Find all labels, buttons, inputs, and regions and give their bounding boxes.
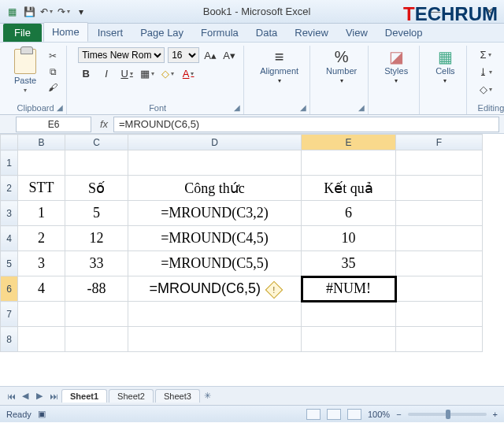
tab-insert[interactable]: Insert (90, 24, 132, 42)
zoom-out-button[interactable]: − (396, 410, 401, 419)
paste-dropdown-icon[interactable]: ▾ (24, 87, 27, 94)
undo-icon[interactable]: ↶ (39, 5, 54, 19)
col-header-E[interactable]: E (302, 135, 396, 150)
qat-customize-icon[interactable]: ▾ (74, 5, 88, 19)
col-header-B[interactable]: B (18, 135, 65, 150)
row-header[interactable]: 8 (1, 327, 18, 352)
fx-icon[interactable]: fx (94, 118, 113, 130)
cell[interactable]: 4 (18, 276, 65, 302)
sheet-nav-first-icon[interactable]: ⏮ (5, 391, 17, 401)
cell[interactable] (65, 150, 128, 176)
sheet-nav-next-icon[interactable]: ▶ (33, 391, 46, 401)
sheet-nav-last-icon[interactable]: ⏭ (47, 391, 60, 401)
redo-icon[interactable]: ↷ (57, 5, 71, 19)
cell[interactable] (302, 302, 396, 327)
row-header[interactable]: 3 (1, 201, 18, 226)
tab-data[interactable]: Data (248, 24, 285, 42)
file-tab[interactable]: File (3, 24, 42, 42)
number-launcher-icon[interactable]: ◢ (357, 103, 366, 113)
row-header[interactable]: 6 (1, 276, 18, 302)
formula-bar-input[interactable]: =MROUND(C6,5) (113, 117, 499, 132)
cell[interactable]: STT (18, 176, 65, 201)
cell[interactable]: Số (65, 176, 128, 201)
cell[interactable] (18, 150, 65, 176)
view-page-layout-icon[interactable] (327, 409, 341, 420)
col-header-F[interactable]: F (396, 135, 483, 150)
cell[interactable]: Kết quả (302, 176, 396, 201)
cell[interactable]: 10 (302, 226, 396, 251)
bold-button[interactable]: B (78, 66, 94, 80)
row-header[interactable]: 4 (1, 226, 18, 251)
cell[interactable]: =MROUND(C3,2) (128, 201, 302, 226)
cell[interactable]: 5 (65, 201, 128, 226)
tab-view[interactable]: View (338, 24, 376, 42)
cell[interactable] (396, 251, 483, 276)
row-header[interactable]: 5 (1, 251, 18, 276)
alignment-button[interactable]: ≡ Alignment ▾ (255, 47, 303, 86)
view-page-break-icon[interactable] (347, 409, 361, 420)
tab-review[interactable]: Review (287, 24, 336, 42)
font-launcher-icon[interactable]: ◢ (232, 103, 242, 113)
paste-button[interactable]: Paste ▾ (11, 47, 39, 95)
fill-color-button[interactable]: ◇ (160, 66, 176, 80)
format-painter-icon[interactable]: 🖌 (46, 81, 60, 94)
select-all-corner[interactable] (1, 135, 18, 150)
worksheet-area[interactable]: B C D E F 1 2 STT Số Công thức Kết quả 3… (0, 134, 504, 386)
cell[interactable]: 1 (18, 201, 65, 226)
underline-button[interactable]: U (119, 66, 135, 80)
cut-icon[interactable]: ✂ (46, 50, 60, 62)
cell[interactable] (128, 327, 302, 352)
cell[interactable]: =MROUND(C5,5) (128, 251, 302, 276)
cell[interactable]: 6 (302, 201, 396, 226)
cell[interactable] (396, 302, 483, 327)
col-header-C[interactable]: C (65, 135, 128, 150)
tab-developer[interactable]: Develop (377, 24, 431, 42)
cell[interactable] (302, 327, 396, 352)
cell[interactable] (396, 176, 483, 201)
cell[interactable]: 2 (18, 226, 65, 251)
new-sheet-icon[interactable]: ✳ (202, 391, 214, 401)
shrink-font-icon[interactable]: A▾ (221, 48, 237, 62)
error-warning-icon[interactable]: ! (265, 281, 283, 299)
save-icon[interactable]: 💾 (22, 5, 36, 19)
cell[interactable] (18, 302, 65, 327)
cell[interactable] (128, 150, 302, 176)
font-color-button[interactable]: A (180, 66, 196, 80)
cell[interactable]: Công thức (128, 176, 302, 201)
minimize-button[interactable]: — (425, 6, 446, 17)
tab-page-layout[interactable]: Page Lay (132, 24, 191, 42)
row-header[interactable]: 7 (1, 302, 18, 327)
cell[interactable] (65, 302, 128, 327)
col-header-D[interactable]: D (128, 135, 302, 150)
grow-font-icon[interactable]: A▴ (202, 48, 218, 62)
zoom-level[interactable]: 100% (368, 410, 390, 419)
cell[interactable]: =MROUND(C6,5) ! (128, 276, 302, 302)
name-box[interactable]: E6 (16, 117, 91, 132)
tab-home[interactable]: Home (43, 22, 88, 42)
close-button[interactable]: ✕ (479, 6, 499, 17)
font-size-select[interactable]: 16 (168, 47, 199, 63)
font-name-select[interactable]: Times New Rom (78, 47, 165, 63)
row-header[interactable]: 2 (1, 176, 18, 201)
number-button[interactable]: % Number ▾ (321, 47, 361, 86)
maximize-button[interactable]: ☐ (452, 6, 472, 17)
cell[interactable] (396, 150, 483, 176)
cells-button[interactable]: ▦ Cells ▾ (431, 47, 459, 86)
tab-formulas[interactable]: Formula (193, 24, 246, 42)
cell[interactable] (65, 327, 128, 352)
zoom-in-button[interactable]: + (493, 410, 498, 419)
alignment-launcher-icon[interactable]: ◢ (298, 103, 308, 113)
clear-button[interactable]: ◇ (478, 82, 494, 96)
cell[interactable] (18, 327, 65, 352)
autosum-button[interactable]: Σ (478, 47, 494, 61)
border-button[interactable]: ▦ (139, 66, 155, 80)
cell[interactable] (128, 302, 302, 327)
cell[interactable] (396, 226, 483, 251)
cell[interactable]: -88 (65, 276, 128, 302)
clipboard-launcher-icon[interactable]: ◢ (55, 103, 65, 113)
fill-button[interactable]: ⤓ (478, 65, 494, 79)
sheet-tab-2[interactable]: Sheet2 (109, 389, 154, 403)
cell[interactable]: 33 (65, 251, 128, 276)
view-normal-icon[interactable] (306, 409, 321, 420)
cell[interactable]: 12 (65, 226, 128, 251)
